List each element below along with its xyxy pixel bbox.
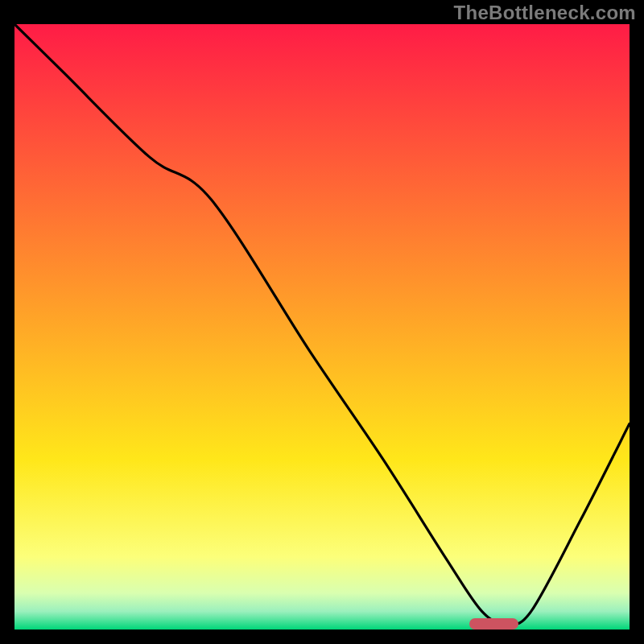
plot-area <box>14 24 630 630</box>
watermark-label: TheBottleneck.com <box>454 2 636 24</box>
bottleneck-curve <box>14 24 630 630</box>
optimal-range-marker <box>469 618 518 630</box>
chart-frame: TheBottleneck.com <box>0 0 644 644</box>
